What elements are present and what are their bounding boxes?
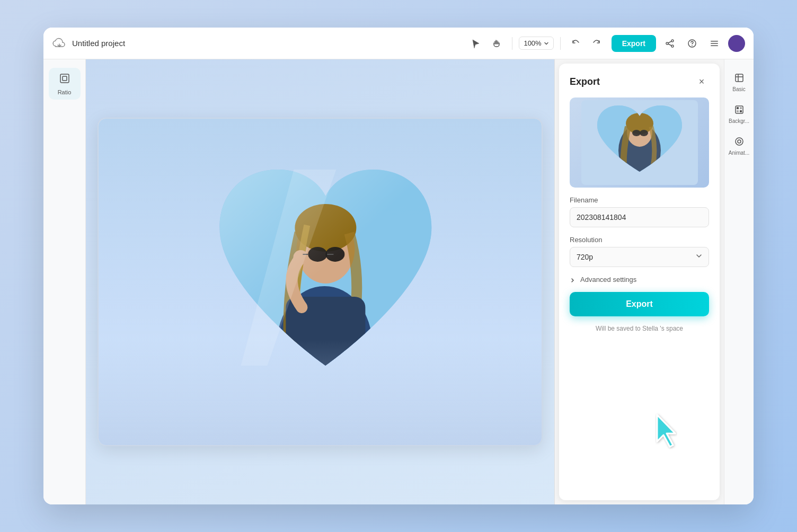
left-sidebar: Ratio [43, 59, 86, 504]
share-button[interactable] [661, 35, 678, 52]
svg-point-0 [671, 40, 674, 42]
chevron-right-icon [570, 276, 577, 283]
svg-point-31 [738, 140, 741, 143]
sidebar-tool-background[interactable]: Backgr... [728, 100, 751, 129]
help-button[interactable] [684, 35, 701, 52]
svg-rect-7 [60, 74, 69, 83]
canvas-area[interactable] [86, 59, 554, 504]
svg-rect-4 [711, 41, 718, 42]
toolbar-divider [512, 37, 512, 50]
svg-rect-6 [711, 45, 718, 46]
filename-field-group: Filename [570, 196, 709, 227]
filename-input[interactable] [570, 207, 709, 227]
svg-rect-29 [740, 110, 742, 112]
export-panel-container: Export × [554, 59, 724, 504]
svg-rect-28 [737, 110, 739, 112]
panel-title: Export [570, 76, 600, 87]
export-panel: Export × [559, 64, 720, 500]
preview-thumbnail [570, 97, 709, 188]
advanced-settings-toggle[interactable]: Advanced settings [570, 276, 709, 283]
zoom-control[interactable]: 100% [519, 37, 553, 50]
right-sidebar: Basic Backgr... [724, 59, 754, 504]
cloud-icon [52, 36, 67, 51]
main-content: Ratio [43, 59, 754, 504]
preview-svg [581, 100, 698, 185]
app-window: Untitled project 100% [43, 28, 754, 504]
svg-point-1 [666, 42, 668, 45]
svg-rect-26 [737, 107, 739, 109]
resolution-select-wrapper: 480p 720p 1080p 4K [570, 247, 709, 267]
user-avatar[interactable] [728, 35, 745, 52]
canvas-content [99, 119, 542, 445]
ratio-label: Ratio [58, 89, 72, 95]
toolbar-center: 100% [467, 35, 605, 52]
resolution-field-group: Resolution 480p 720p 1080p 4K [570, 236, 709, 267]
resolution-label: Resolution [570, 236, 709, 244]
sidebar-tool-ratio[interactable]: Ratio [49, 68, 81, 100]
filename-label: Filename [570, 196, 709, 204]
toolbar: Untitled project 100% [43, 28, 754, 59]
svg-rect-5 [711, 43, 718, 44]
svg-rect-8 [63, 76, 67, 81]
svg-point-2 [671, 45, 674, 47]
animate-icon [734, 137, 744, 148]
panel-header: Export × [570, 74, 709, 89]
svg-rect-25 [736, 106, 743, 113]
basic-label: Basic [732, 86, 745, 92]
svg-rect-24 [736, 74, 743, 82]
svg-point-30 [736, 138, 743, 145]
toolbar-divider-2 [560, 37, 561, 50]
sidebar-tool-basic[interactable]: Basic [728, 68, 751, 97]
svg-rect-27 [740, 107, 742, 109]
background-icon [734, 105, 744, 117]
export-header-button[interactable]: Export [612, 35, 656, 52]
background-label: Backgr... [729, 118, 749, 124]
zoom-value: 100% [524, 39, 541, 47]
undo-button[interactable] [567, 35, 584, 52]
ratio-icon [59, 73, 70, 87]
toolbar-left: Untitled project [52, 36, 461, 51]
basic-icon [734, 73, 744, 85]
close-button[interactable]: × [694, 74, 709, 89]
animate-label: Animat... [729, 150, 749, 156]
sidebar-tool-animate[interactable]: Animat... [728, 131, 751, 161]
canvas-frame [98, 118, 543, 446]
save-notice: Will be saved to Stella 's space [570, 325, 709, 332]
redo-button[interactable] [588, 35, 605, 52]
toolbar-right: Export [612, 35, 745, 52]
canvas-overlay [99, 339, 542, 445]
advanced-settings-label: Advanced settings [580, 276, 636, 283]
export-action-button[interactable]: Export [570, 292, 709, 316]
menu-button[interactable] [706, 35, 723, 52]
project-title: Untitled project [72, 39, 125, 48]
hand-tool[interactable] [489, 35, 506, 52]
pointer-tool[interactable] [467, 35, 484, 52]
resolution-select[interactable]: 480p 720p 1080p 4K [570, 247, 709, 267]
